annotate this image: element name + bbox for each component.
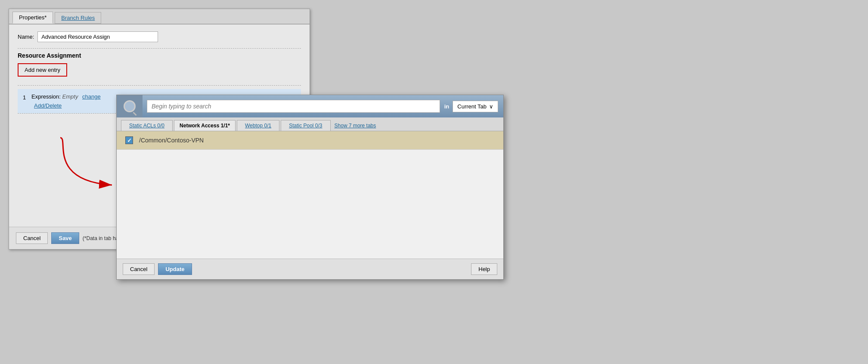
tab-static-pool[interactable]: Static Pool 0/3 <box>281 120 330 131</box>
help-button[interactable]: Help <box>471 263 497 275</box>
dialog-tabs-bar: Static ACLs 0/0 Network Access 1/1* Webt… <box>117 117 503 131</box>
tab-webtop[interactable]: Webtop 0/1 <box>237 120 279 131</box>
expression-value: Empty <box>62 93 78 100</box>
dialog-footer: Cancel Update Help <box>117 259 503 279</box>
tab-network-access[interactable]: Network Access 1/1* <box>174 120 236 131</box>
static-pool-link[interactable]: Static Pool 0/3 <box>286 120 325 131</box>
add-new-entry-button[interactable]: Add new entry <box>18 63 67 77</box>
in-label: in <box>444 103 450 110</box>
dialog-header: in Current Tab ∨ <box>117 95 503 117</box>
dialog-update-button[interactable]: Update <box>158 263 192 275</box>
search-icon-area <box>117 95 143 117</box>
expression-label: Expression: Empty change <box>31 93 101 100</box>
divider-top <box>18 48 301 49</box>
section-title: Resource Assignment <box>18 52 301 59</box>
dialog-content: /Common/Contoso-VPN <box>117 131 503 259</box>
divider-mid <box>18 85 301 86</box>
tabs-bar: Properties* Branch Rules <box>9 9 310 25</box>
tab-branch-rules[interactable]: Branch Rules <box>55 12 101 24</box>
overlay-dialog: in Current Tab ∨ Static ACLs 0/0 Network… <box>116 95 504 280</box>
search-icon <box>124 100 136 112</box>
name-label: Name: <box>18 34 34 40</box>
row-number: 1 <box>23 94 26 101</box>
static-acls-link[interactable]: Static ACLs 0/0 <box>127 120 167 131</box>
result-row: /Common/Contoso-VPN <box>117 131 503 150</box>
search-input[interactable] <box>147 100 440 113</box>
tab-static-acls[interactable]: Static ACLs 0/0 <box>121 120 173 131</box>
webtop-link[interactable]: Webtop 0/1 <box>242 120 274 131</box>
change-link[interactable]: change <box>82 93 101 100</box>
dialog-footer-left: Cancel Update <box>123 263 192 275</box>
result-checkbox[interactable] <box>125 136 133 144</box>
name-row: Name: <box>18 31 301 42</box>
footer-note: (*Data in tab has <box>83 235 121 241</box>
cancel-button[interactable]: Cancel <box>16 232 48 244</box>
scope-label: Current Tab <box>457 103 487 110</box>
name-input[interactable] <box>37 31 158 42</box>
tab-properties[interactable]: Properties* <box>12 12 53 24</box>
scope-select[interactable]: Current Tab ∨ <box>453 101 498 112</box>
dialog-cancel-button[interactable]: Cancel <box>123 263 155 275</box>
show-more-tabs-link[interactable]: Show 7 more tabs <box>332 120 379 131</box>
result-label: /Common/Contoso-VPN <box>139 137 204 144</box>
save-button[interactable]: Save <box>51 232 79 244</box>
chevron-down-icon: ∨ <box>489 103 493 110</box>
